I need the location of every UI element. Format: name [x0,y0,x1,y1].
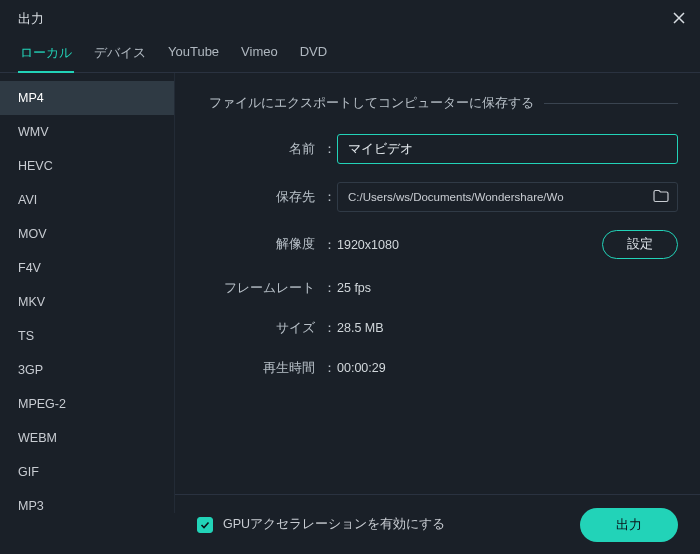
gpu-label: GPUアクセラレーションを有効にする [223,516,445,533]
format-sidebar: MP4 WMV HEVC AVI MOV F4V MKV TS 3GP MPEG… [0,73,175,513]
format-wmv[interactable]: WMV [0,115,174,149]
label-name: 名前 [209,141,321,158]
tab-youtube[interactable]: YouTube [166,40,221,72]
close-icon[interactable] [672,11,686,28]
format-hevc[interactable]: HEVC [0,149,174,183]
label-framerate: フレームレート [209,280,321,297]
format-mp3[interactable]: MP3 [0,489,174,523]
value-framerate: 25 fps [337,277,371,299]
tab-bar: ローカル デバイス YouTube Vimeo DVD [0,34,700,73]
value-duration: 00:00:29 [337,357,386,379]
save-path-value: C:/Users/ws/Documents/Wondershare/Wo [348,191,564,203]
format-3gp[interactable]: 3GP [0,353,174,387]
format-mpeg2[interactable]: MPEG-2 [0,387,174,421]
format-ts[interactable]: TS [0,319,174,353]
label-saveto: 保存先 [209,189,321,206]
tab-dvd[interactable]: DVD [298,40,329,72]
format-mov[interactable]: MOV [0,217,174,251]
save-path-field[interactable]: C:/Users/ws/Documents/Wondershare/Wo [337,182,678,212]
value-resolution: 1920x1080 [337,234,399,256]
export-button[interactable]: 出力 [580,508,678,542]
format-f4v[interactable]: F4V [0,251,174,285]
tab-vimeo[interactable]: Vimeo [239,40,280,72]
tab-device[interactable]: デバイス [92,40,148,72]
format-mp4[interactable]: MP4 [0,81,174,115]
settings-button[interactable]: 設定 [602,230,678,259]
section-heading: ファイルにエクスポートしてコンピューターに保存する [209,95,534,112]
format-mkv[interactable]: MKV [0,285,174,319]
gpu-checkbox[interactable] [197,517,213,533]
divider [544,103,678,104]
value-size: 28.5 MB [337,317,384,339]
name-input[interactable] [337,134,678,164]
format-gif[interactable]: GIF [0,455,174,489]
folder-icon[interactable] [653,189,669,205]
label-resolution: 解像度 [209,236,321,253]
label-duration: 再生時間 [209,360,321,377]
label-size: サイズ [209,320,321,337]
format-avi[interactable]: AVI [0,183,174,217]
window-title: 出力 [18,10,44,28]
format-webm[interactable]: WEBM [0,421,174,455]
tab-local[interactable]: ローカル [18,40,74,72]
